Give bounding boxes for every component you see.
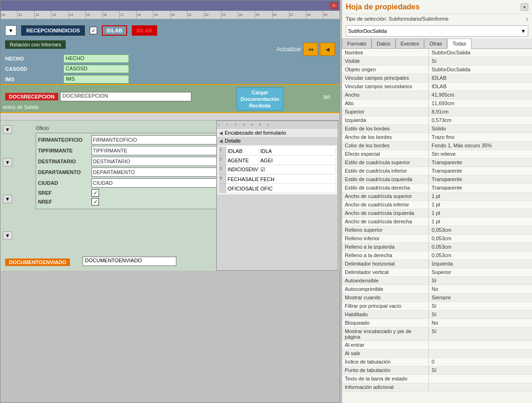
- oficio-section: Oficio FIRMANTEOFICIO FIRMANTEOFICIO ▼ T…: [36, 125, 223, 209]
- subform-label-agente: AGENTE: [226, 157, 259, 164]
- oficio-field-tipfirmante: TIPFIRMANTE TIPFIRMANTE ▼: [38, 146, 221, 155]
- docsrecepcion-input[interactable]: DOCSRECEPCION: [60, 92, 191, 101]
- properties-titlebar: Hoja de propiedades ×: [342, 0, 532, 14]
- dropdown-small[interactable]: ▼: [5, 25, 16, 36]
- prop-row-vincular-secundarios: Vincular campos secundarios IDLAB: [342, 83, 532, 91]
- relacion-box: Relación con Informes: [5, 40, 66, 49]
- prop-row-indice-tabulacion: Índice de tabulación 0: [342, 358, 532, 366]
- tab-otras[interactable]: Otras: [424, 38, 447, 48]
- recepcion-checkbox[interactable]: ✓: [90, 27, 97, 34]
- upper-section: ▼ RECEPCIONINDICIOS ✓ IDLAB IDLAB Actual…: [0, 19, 340, 85]
- prop-row-filtrar-principal: Filtrar por principal vacío Sí: [342, 302, 532, 311]
- oficio-field-departamento: DEPARTAMENTO DEPARTAMENTO ▼: [38, 167, 221, 177]
- prop-row-ancho-cuadricula-derecha: Ancho de cuadrícula derecha 1 pt: [342, 218, 532, 226]
- prop-row-autoextensible: Autoextensible Sí: [342, 277, 532, 285]
- idlab-box1: IDLAB: [102, 25, 127, 36]
- ruler-top: 10 11 12 13 14 15 16 17 18 19 20 21 22 2…: [0, 11, 340, 19]
- tab-eventos[interactable]: Eventos: [395, 38, 425, 48]
- select-ciudad[interactable]: CIUDAD ▼: [91, 178, 221, 188]
- left-dropdown-4[interactable]: ▼: [3, 231, 12, 240]
- oficio-field-destinatario: DESTINATARIO DESTINATARIO ▼: [38, 157, 221, 166]
- prop-row-nombre: Nombre SubforDocSalida: [342, 49, 532, 57]
- imi-label: IMI: [323, 94, 330, 100]
- prop-row-relleno-izquierda: Relleno a la izquierda 0,053cm: [342, 243, 532, 251]
- field-label-casosd: CASOSD: [5, 66, 61, 72]
- field-input-casosd[interactable]: CASOSD: [63, 65, 129, 73]
- prop-row-cuadricula-derecha: Estilo de cuadrícula derecha Transparent…: [342, 184, 532, 192]
- prop-row-izquierda: Izquierda 0,573cm: [342, 116, 532, 125]
- recepcion-button[interactable]: RECEPCIONINDICIOS: [21, 25, 85, 36]
- tab-datos[interactable]: Datos: [372, 38, 395, 48]
- tab-formato[interactable]: Formato: [342, 38, 372, 48]
- sref-checkbox[interactable]: ✓: [91, 189, 99, 197]
- field-input-hecho[interactable]: HECHO: [63, 54, 129, 63]
- prop-row-objeto-origen: Objeto origen SubforDocSalida: [342, 66, 532, 74]
- subform-value-indiciosenviados: ☑: [259, 166, 336, 173]
- tab-todas[interactable]: Todas: [447, 38, 471, 49]
- field-label-hecho: HECHO: [5, 56, 61, 61]
- properties-title: Hoja de propiedades: [346, 3, 419, 11]
- sref-row: SREF ✓: [38, 189, 221, 197]
- nref-checkbox[interactable]: ✓: [91, 198, 99, 205]
- left-dropdown-1[interactable]: ▼: [3, 125, 12, 134]
- select-tipfirmante[interactable]: TIPFIRMANTE ▼: [91, 146, 221, 155]
- entes-label: entos de Salida: [3, 104, 38, 110]
- detalle-row: ◀ Detalle: [217, 137, 338, 144]
- docsrecepcion-row: DOCSRECEPCION DOCSRECEPCION: [5, 92, 191, 101]
- select-departamento[interactable]: DEPARTAMENTO ▼: [91, 167, 221, 177]
- label-tipfirmante: TIPFIRMANTE: [38, 148, 90, 153]
- object-dropdown[interactable]: SubforDocSalida ▼: [346, 25, 528, 37]
- field-row-hecho: HECHO HECHO: [5, 54, 129, 63]
- object-name: SubforDocSalida: [348, 28, 387, 34]
- docsrecepcion-label: DOCSRECEPCION: [5, 93, 58, 100]
- field-label-ims: IMS: [5, 76, 61, 82]
- prop-row-relleno-inferior: Relleno inferior 0,053cm: [342, 235, 532, 243]
- oficio-title: Oficio: [36, 125, 223, 131]
- oficio-field-firmanteoficio: FIRMANTEOFICIO FIRMANTEOFICIO ▼: [38, 135, 221, 144]
- subform-content: 1 2 3 4 IDLAB IDLA AGENTE: [218, 145, 337, 194]
- object-selector: SubforDocSalida ▼: [346, 25, 528, 37]
- prop-row-efecto-especial: Efecto especial Sin relieve: [342, 150, 532, 159]
- sort-icon[interactable]: ↕: [526, 16, 529, 22]
- properties-table: Nombre SubforDocSalida Visible Sí Objeto…: [342, 49, 532, 396]
- documentoenviado-input[interactable]: DOCUMENTOENVIADO: [83, 257, 176, 266]
- prop-row-superior: Superior 8,91cm: [342, 108, 532, 116]
- nav-first-button[interactable]: ⏮: [303, 43, 318, 56]
- encabezado-row: ◀ Encabezado del formulario: [217, 129, 338, 137]
- cargar-button[interactable]: Cargar Documentación Recibida: [236, 87, 283, 111]
- subform-label-indiciosenviados: INDICIOSENVIADOS: [226, 167, 259, 173]
- left-dropdown-2[interactable]: ▼: [3, 158, 12, 167]
- nav-prev-button[interactable]: ◀: [320, 43, 335, 56]
- left-titlebar: ×: [0, 0, 340, 11]
- actualizar-area: Actualizar ⏮ ◀: [276, 43, 335, 56]
- middle-section: DOCSRECEPCION DOCSRECEPCION Cargar Docum…: [0, 85, 340, 113]
- subform-label-fechasalida: FECHASALIDA: [226, 176, 259, 182]
- prop-row-info-adicional: Información adicional: [342, 383, 532, 392]
- subform-row-fechasalida: FECHASALIDA FECH: [226, 175, 336, 184]
- subform-row-oficiosalida: OFICIOSALIDA OFIC: [226, 184, 336, 193]
- prop-row-bloqueado: Bloqueado No: [342, 319, 532, 327]
- subform-value-fechasalida: FECH: [259, 176, 336, 182]
- close-button[interactable]: ×: [330, 2, 338, 9]
- left-dropdown-3[interactable]: ▼: [3, 195, 12, 203]
- subform-value-idlab: IDLA: [259, 148, 336, 154]
- documentoenviado-label: DOCUMENTOENVIADO: [5, 259, 70, 266]
- prop-row-ancho-cuadricula-izquierda: Ancho de cuadrícula izquierda 1 pt: [342, 209, 532, 218]
- properties-close-button[interactable]: ×: [521, 3, 528, 11]
- prop-row-alto: Alto 11,693cm: [342, 99, 532, 108]
- prop-row-relleno-superior: Relleno superior 0,053cm: [342, 226, 532, 235]
- actualizar-label: Actualizar: [276, 46, 301, 53]
- label-destinatario: DESTINATARIO: [38, 159, 90, 164]
- object-dropdown-arrow: ▼: [521, 28, 526, 34]
- subform-row-idlab: IDLAB IDLA: [226, 146, 336, 156]
- tipo-value: Subformulario/Subinforme: [388, 16, 448, 22]
- select-firmanteoficio[interactable]: FIRMANTEOFICIO ▼: [91, 135, 221, 144]
- prop-row-color-bordes: Color de los bordes Fondo 1, Más oscuro …: [342, 142, 532, 150]
- subform-value-agente: AGEI: [259, 157, 336, 164]
- field-input-ims[interactable]: IMS: [63, 75, 129, 84]
- oficio-border: FIRMANTEOFICIO FIRMANTEOFICIO ▼ TIPFIRMA…: [36, 133, 223, 209]
- prop-row-cuadricula-superior: Estilo de cuadrícula superior Transparen…: [342, 159, 532, 167]
- field-row-casosd: CASOSD CASOSD: [5, 65, 129, 73]
- ruler-middle: [0, 113, 340, 121]
- select-destinatario[interactable]: DESTINATARIO ▼: [91, 157, 221, 166]
